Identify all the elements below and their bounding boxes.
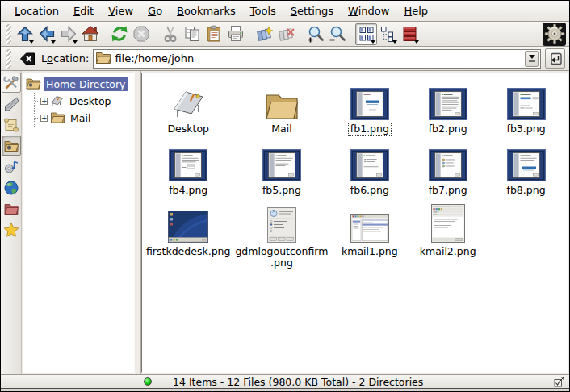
menu-edit[interactable]: Edit <box>66 2 101 19</box>
file-item-fb3-png[interactable]: fb3.png <box>487 80 565 138</box>
reload-button[interactable] <box>108 23 130 45</box>
file-item-kmail1-png[interactable]: kmail1.png <box>330 202 409 269</box>
menu-help[interactable]: Help <box>396 2 435 19</box>
linked-view-checkbox-icon[interactable] <box>554 377 564 390</box>
sidebar-tab-services[interactable] <box>2 156 21 177</box>
sidebar-tab-network[interactable] <box>2 177 21 198</box>
tree-expander[interactable]: + <box>40 98 48 105</box>
thumbnail-icon <box>431 202 465 243</box>
menu-tools[interactable]: Tools <box>243 2 283 19</box>
menu-go[interactable]: Go <box>140 2 170 19</box>
thumbnail-icon <box>507 141 546 181</box>
thumbnail-icon <box>350 141 389 181</box>
file-label: fb4.png <box>166 184 210 197</box>
panel-splitter[interactable] <box>134 71 141 374</box>
file-label: Mail <box>269 123 294 136</box>
up-button[interactable] <box>14 23 36 45</box>
location-dropdown-button[interactable] <box>525 51 539 67</box>
sidebar-tab-bookmarks-star[interactable] <box>2 219 21 240</box>
services-icon <box>2 158 20 176</box>
sidebar-icon-strip <box>1 71 22 374</box>
chevron-down-icon <box>529 55 535 59</box>
tree-item-desktop[interactable]: +Desktop <box>35 93 132 110</box>
sidebar-tab-history-scroll[interactable] <box>2 115 21 135</box>
print-button[interactable] <box>224 23 246 45</box>
icon-grid: DesktopMailfb1.pngfb2.pngfb3.pngfb4.pngf… <box>142 73 567 269</box>
file-item-kmail2-png[interactable]: kmail2.png <box>409 202 487 269</box>
zoom-in-button[interactable] <box>304 23 326 45</box>
thumbnail-icon <box>429 80 467 120</box>
file-label: fb3.png <box>505 123 548 136</box>
detail-view-button[interactable] <box>399 23 421 45</box>
sidebar-tab-bookmark-ribbon[interactable] <box>2 94 21 114</box>
file-label: fb7.png <box>426 184 470 197</box>
file-label: fb8.png <box>505 184 548 197</box>
go-button[interactable] <box>545 48 565 69</box>
sidebar-tab-home-directory[interactable] <box>2 136 21 156</box>
tree-connector <box>35 101 38 102</box>
clear-location-button[interactable] <box>18 49 37 69</box>
cut-button[interactable] <box>159 23 181 45</box>
menu-view[interactable]: View <box>101 2 140 19</box>
copy-icon <box>182 24 202 44</box>
menu-location[interactable]: Location <box>7 2 66 19</box>
tree-expander[interactable]: + <box>40 115 48 122</box>
file-item-fb2-png[interactable]: fb2.png <box>409 80 487 138</box>
dropdown-arrow-icon <box>51 40 56 44</box>
forward-button[interactable] <box>57 23 79 45</box>
file-item-firstkdedesk-png[interactable]: firstkdedesk.png <box>144 202 233 269</box>
sidebar-tab-tools[interactable] <box>2 73 21 93</box>
file-label: kmail2.png <box>417 245 479 258</box>
file-folder <box>263 80 300 120</box>
back-button[interactable] <box>36 23 57 45</box>
tree-children: +Desktop+Mail <box>34 93 132 127</box>
file-item-desktop[interactable]: Desktop <box>144 80 233 138</box>
dropdown-arrow-icon <box>29 40 34 44</box>
toolbar-drag-handle[interactable] <box>6 24 11 44</box>
tree-view-button[interactable] <box>377 23 399 45</box>
file-item-fb8-png[interactable]: fb8.png <box>487 141 565 199</box>
sidebar-tab-root-folder[interactable] <box>2 198 21 219</box>
locationbar-drag-handle[interactable] <box>6 49 11 69</box>
home-button[interactable] <box>79 23 101 45</box>
tree-item-home-directory[interactable]: Home Directory <box>25 76 132 93</box>
location-value[interactable]: file:/home/john <box>115 52 522 65</box>
thumbnail-icon <box>168 202 208 243</box>
zoom-out-button[interactable] <box>326 23 348 45</box>
thumbnail-icon <box>350 80 389 120</box>
file-item-gdmlogoutconfirm-png[interactable]: gdmlogoutconfirm.png <box>233 202 330 269</box>
file-item-fb6-png[interactable]: fb6.png <box>330 141 409 199</box>
thumbnail-icon <box>267 202 296 243</box>
bookmark-ribbon-icon <box>2 95 20 113</box>
menu-settings[interactable]: Settings <box>283 2 341 19</box>
tree-item-mail[interactable]: +Mail <box>35 110 132 127</box>
history-scroll-icon <box>2 116 20 134</box>
dropdown-arrow-icon <box>392 40 397 44</box>
icon-view-button[interactable] <box>355 23 377 45</box>
print-icon <box>226 24 245 44</box>
file-item-mail[interactable]: Mail <box>233 80 330 138</box>
file-label: fb2.png <box>426 123 470 136</box>
copy-button[interactable] <box>181 23 203 45</box>
location-input[interactable]: file:/home/john <box>93 49 541 69</box>
file-item-fb7-png[interactable]: fb7.png <box>409 141 487 199</box>
thumbnail-icon <box>262 141 301 181</box>
gallery-off-button[interactable] <box>275 23 297 45</box>
file-item-fb5-png[interactable]: fb5.png <box>233 141 330 199</box>
menu-window[interactable]: Window <box>341 2 396 19</box>
file-item-fb1-png[interactable]: fb1.png <box>330 80 409 138</box>
menu-bookmarks[interactable]: Bookmarks <box>170 2 243 19</box>
folder-open-icon <box>25 76 41 93</box>
stop-button[interactable] <box>130 23 152 45</box>
gallery-button[interactable] <box>254 23 275 45</box>
reload-icon <box>110 24 129 44</box>
file-label: kmail1.png <box>339 245 400 258</box>
tools-icon <box>2 74 20 92</box>
stop-icon <box>132 24 151 44</box>
file-label: fb6.png <box>348 184 392 197</box>
file-item-fb4-png[interactable]: fb4.png <box>144 141 233 199</box>
paste-button[interactable] <box>203 23 224 45</box>
gallery-off-icon <box>277 24 296 44</box>
home-icon <box>81 24 100 44</box>
folder-icon <box>95 51 111 66</box>
